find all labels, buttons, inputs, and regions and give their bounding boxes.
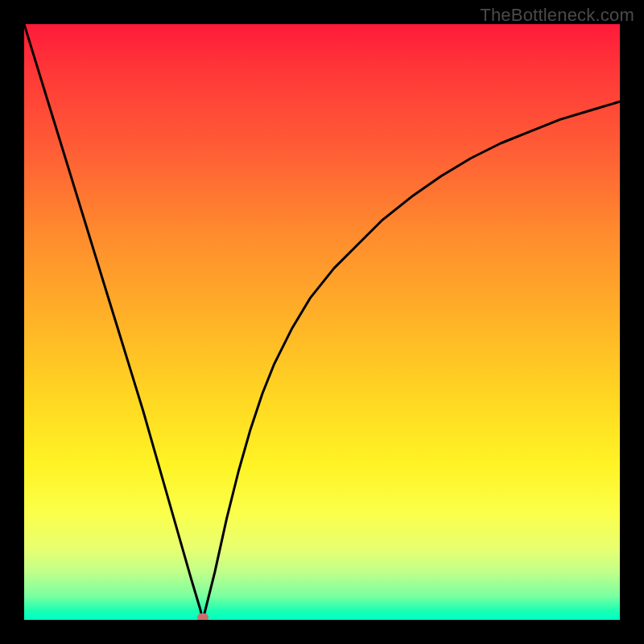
watermark-label: TheBottleneck.com — [480, 5, 634, 26]
plot-area — [24, 24, 620, 620]
chart-frame: TheBottleneck.com — [0, 0, 644, 644]
min-marker-icon — [197, 613, 208, 620]
bottleneck-curve — [24, 24, 620, 620]
